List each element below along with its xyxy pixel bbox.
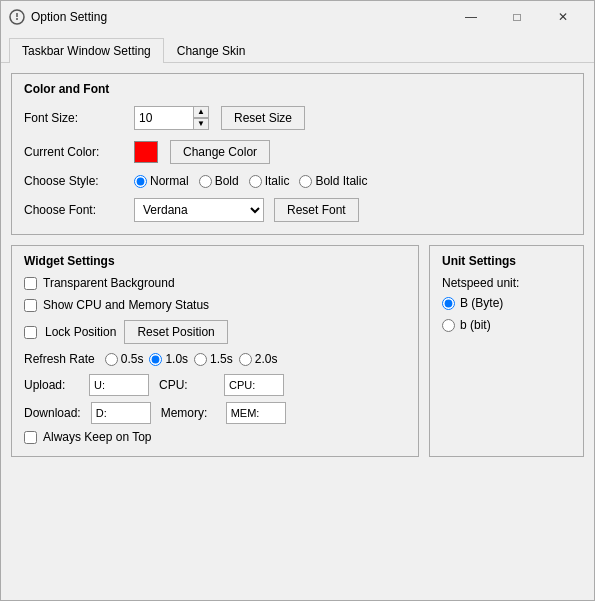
font-size-label: Font Size:	[24, 111, 134, 125]
unit-settings-legend: Unit Settings	[442, 254, 571, 268]
style-normal-option[interactable]: Normal	[134, 174, 189, 188]
style-normal-radio[interactable]	[134, 175, 147, 188]
choose-style-label: Choose Style:	[24, 174, 134, 188]
spinner-down-button[interactable]: ▼	[193, 118, 209, 130]
tab-taskbar-window-setting[interactable]: Taskbar Window Setting	[9, 38, 164, 63]
refresh-rate-row: Refresh Rate 0.5s 1.0s 1.5s	[24, 352, 406, 366]
font-size-input[interactable]	[134, 106, 194, 130]
main-window: Option Setting — □ ✕ Taskbar Window Sett…	[0, 0, 595, 601]
bottom-section: Widget Settings Transparent Background S…	[11, 245, 584, 457]
font-size-row: Font Size: ▲ ▼ Reset Size	[24, 106, 571, 130]
title-bar-controls: — □ ✕	[448, 4, 586, 30]
style-bold-radio[interactable]	[199, 175, 212, 188]
current-color-label: Current Color:	[24, 145, 134, 159]
show-cpu-row: Show CPU and Memory Status	[24, 298, 406, 312]
always-top-checkbox[interactable]	[24, 431, 37, 444]
choose-style-row: Choose Style: Normal Bold Italic	[24, 174, 571, 188]
always-top-row: Always Keep on Top	[24, 430, 406, 444]
refresh-1.0s-radio[interactable]	[149, 353, 162, 366]
lock-position-row: Lock Position Reset Position	[24, 320, 406, 344]
reset-size-button[interactable]: Reset Size	[221, 106, 305, 130]
cpu-label: CPU:	[159, 378, 214, 392]
color-and-font-section: Color and Font Font Size: ▲ ▼ Reset Size…	[11, 73, 584, 235]
style-italic-option[interactable]: Italic	[249, 174, 290, 188]
app-icon	[9, 9, 25, 25]
refresh-1.5s-radio[interactable]	[194, 353, 207, 366]
spinner-up-button[interactable]: ▲	[193, 106, 209, 118]
tab-change-skin[interactable]: Change Skin	[164, 38, 259, 63]
show-cpu-checkbox[interactable]	[24, 299, 37, 312]
svg-point-2	[16, 18, 18, 20]
download-input[interactable]	[91, 402, 151, 424]
choose-font-label: Choose Font:	[24, 203, 134, 217]
upload-input[interactable]	[89, 374, 149, 396]
memory-label: Memory:	[161, 406, 216, 420]
unit-byte-radio[interactable]	[442, 297, 455, 310]
refresh-0.5s-option[interactable]: 0.5s	[105, 352, 144, 366]
download-label: Download:	[24, 406, 81, 420]
style-italic-radio[interactable]	[249, 175, 262, 188]
choose-font-row: Choose Font: Verdana Arial Tahoma Courie…	[24, 198, 571, 222]
style-radio-group: Normal Bold Italic Bold Italic	[134, 174, 367, 188]
refresh-2.0s-radio[interactable]	[239, 353, 252, 366]
unit-bit-radio[interactable]	[442, 319, 455, 332]
lock-position-label: Lock Position	[45, 325, 116, 339]
unit-radio-group: B (Byte) b (bit)	[442, 296, 571, 332]
unit-settings-section: Unit Settings Netspeed unit: B (Byte) b …	[429, 245, 584, 457]
refresh-0.5s-radio[interactable]	[105, 353, 118, 366]
transparent-bg-row: Transparent Background	[24, 276, 406, 290]
refresh-2.0s-option[interactable]: 2.0s	[239, 352, 278, 366]
style-bold-option[interactable]: Bold	[199, 174, 239, 188]
unit-bit-option[interactable]: b (bit)	[442, 318, 571, 332]
always-top-label: Always Keep on Top	[43, 430, 152, 444]
main-content: Color and Font Font Size: ▲ ▼ Reset Size…	[1, 63, 594, 600]
lock-position-checkbox[interactable]	[24, 326, 37, 339]
upload-label: Upload:	[24, 378, 79, 392]
style-bold-italic-radio[interactable]	[299, 175, 312, 188]
maximize-button[interactable]: □	[494, 4, 540, 30]
style-bold-italic-option[interactable]: Bold Italic	[299, 174, 367, 188]
netspeed-label: Netspeed unit:	[442, 276, 571, 290]
window-title: Option Setting	[31, 10, 107, 24]
close-button[interactable]: ✕	[540, 4, 586, 30]
unit-byte-option[interactable]: B (Byte)	[442, 296, 571, 310]
reset-position-button[interactable]: Reset Position	[124, 320, 227, 344]
current-color-row: Current Color: Change Color	[24, 140, 571, 164]
download-memory-row: Download: Memory:	[24, 402, 406, 424]
refresh-rate-label: Refresh Rate	[24, 352, 95, 366]
font-select[interactable]: Verdana Arial Tahoma Courier New Times N…	[134, 198, 264, 222]
refresh-1.0s-option[interactable]: 1.0s	[149, 352, 188, 366]
minimize-button[interactable]: —	[448, 4, 494, 30]
widget-settings-section: Widget Settings Transparent Background S…	[11, 245, 419, 457]
widget-settings-legend: Widget Settings	[24, 254, 406, 268]
spinner-buttons: ▲ ▼	[193, 106, 209, 130]
tab-bar: Taskbar Window Setting Change Skin	[1, 33, 594, 63]
show-cpu-label: Show CPU and Memory Status	[43, 298, 209, 312]
change-color-button[interactable]: Change Color	[170, 140, 270, 164]
title-bar-left: Option Setting	[9, 9, 107, 25]
font-size-spinner: ▲ ▼	[134, 106, 209, 130]
transparent-bg-label: Transparent Background	[43, 276, 175, 290]
color-swatch[interactable]	[134, 141, 158, 163]
transparent-bg-checkbox[interactable]	[24, 277, 37, 290]
upload-cpu-row: Upload: CPU:	[24, 374, 406, 396]
title-bar: Option Setting — □ ✕	[1, 1, 594, 33]
reset-font-button[interactable]: Reset Font	[274, 198, 359, 222]
refresh-1.5s-option[interactable]: 1.5s	[194, 352, 233, 366]
cpu-input[interactable]	[224, 374, 284, 396]
color-font-legend: Color and Font	[24, 82, 571, 96]
memory-input[interactable]	[226, 402, 286, 424]
